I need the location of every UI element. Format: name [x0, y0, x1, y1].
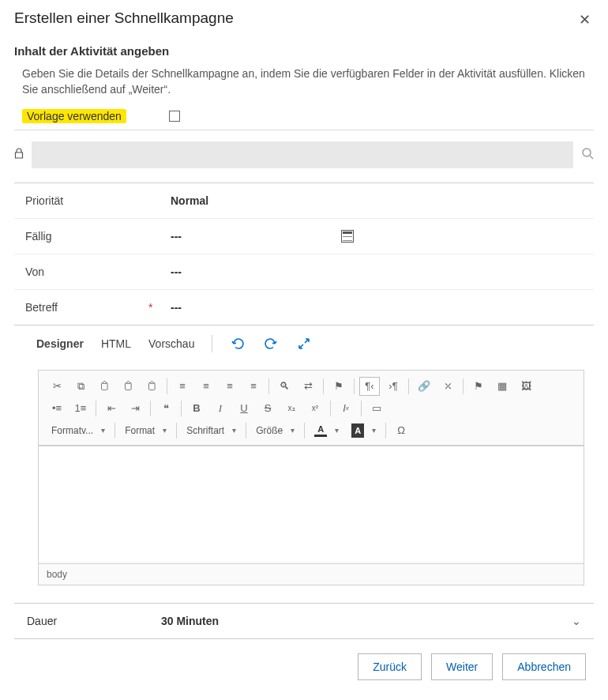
special-char-icon[interactable]: Ω: [391, 421, 411, 440]
bulleted-list-icon[interactable]: •≡: [47, 399, 67, 418]
cut-icon[interactable]: ✂: [47, 377, 67, 396]
bg-color-dropdown[interactable]: A▾: [347, 421, 381, 440]
use-template-label: Vorlage verwenden: [22, 109, 126, 123]
link-icon[interactable]: 🔗: [414, 377, 434, 396]
subject-value[interactable]: ---: [160, 289, 594, 325]
italic-icon[interactable]: I: [210, 399, 231, 418]
field-subject[interactable]: Betreff * ---: [14, 289, 594, 325]
svg-line-1: [590, 156, 593, 159]
ltr-icon[interactable]: ¶‹: [359, 377, 380, 396]
rtl-icon[interactable]: ›¶: [383, 377, 403, 396]
size-dropdown[interactable]: Größe▾: [251, 421, 299, 440]
unlink-icon[interactable]: ⤫: [437, 377, 458, 396]
editor-textarea[interactable]: [39, 446, 584, 561]
search-input[interactable]: [32, 141, 573, 168]
field-due[interactable]: Fällig ---: [14, 218, 594, 254]
paste-word-icon[interactable]: 📋︎: [141, 377, 162, 396]
from-label: Von: [14, 254, 148, 289]
use-template-checkbox[interactable]: [169, 111, 180, 122]
close-icon[interactable]: ✕: [576, 9, 594, 30]
priority-value[interactable]: Normal: [160, 183, 594, 218]
due-value[interactable]: ---: [171, 230, 182, 243]
embed-icon[interactable]: ▭: [366, 399, 387, 418]
field-duration[interactable]: Dauer 30 Minuten ⌄: [14, 603, 594, 639]
align-center-icon[interactable]: ≡: [196, 377, 216, 396]
from-value[interactable]: ---: [160, 254, 594, 289]
table-icon[interactable]: ▦: [492, 377, 512, 396]
numbered-list-icon[interactable]: 1≡: [70, 399, 91, 418]
required-mark: *: [148, 289, 160, 325]
priority-label: Priorität: [14, 183, 148, 218]
replace-icon[interactable]: ⇄: [298, 377, 318, 396]
svg-point-0: [583, 149, 591, 156]
editor-path[interactable]: body: [39, 563, 584, 585]
text-color-dropdown[interactable]: A▾: [310, 421, 343, 440]
tab-html[interactable]: HTML: [101, 337, 131, 350]
subscript-icon[interactable]: x₂: [281, 399, 302, 418]
format-dropdown[interactable]: Format▾: [120, 421, 171, 440]
undo-icon[interactable]: [230, 336, 246, 352]
superscript-icon[interactable]: x²: [305, 399, 325, 418]
strike-icon[interactable]: S: [257, 399, 278, 418]
duration-value[interactable]: 30 Minuten: [161, 615, 572, 627]
indent-icon[interactable]: ⇥: [125, 399, 145, 418]
due-label: Fällig: [14, 218, 148, 254]
lock-icon: [14, 148, 24, 161]
align-left-icon[interactable]: ≡: [172, 377, 193, 396]
back-button[interactable]: Zurück: [358, 653, 422, 680]
section-subtitle: Inhalt der Aktivität angeben: [14, 44, 594, 58]
chevron-down-icon[interactable]: ⌄: [572, 615, 581, 627]
underline-icon[interactable]: U: [234, 399, 254, 418]
bold-icon[interactable]: B: [186, 399, 207, 418]
cancel-button[interactable]: Abbrechen: [502, 653, 586, 680]
rich-text-editor: ✂ ⧉ 📋︎ 📋︎ 📋︎ ≡ ≡ ≡ ≡ 🔍︎ ⇄ ⚑ ¶‹ ›¶ 🔗 ⤫ ⚑ …: [38, 370, 584, 585]
align-justify-icon[interactable]: ≡: [243, 377, 264, 396]
flag-icon[interactable]: ⚑: [328, 377, 349, 396]
bookmark-icon[interactable]: ⚑: [468, 377, 489, 396]
align-right-icon[interactable]: ≡: [220, 377, 240, 396]
calendar-icon[interactable]: [341, 230, 354, 243]
blockquote-icon[interactable]: ❝: [156, 399, 176, 418]
format-style-dropdown[interactable]: Formatv...▾: [47, 421, 110, 440]
tab-separator: [212, 335, 212, 352]
field-from[interactable]: Von ---: [14, 254, 594, 289]
instructions-text: Geben Sie die Details der Schnellkampagn…: [22, 66, 586, 98]
image-icon[interactable]: 🖼︎: [516, 377, 536, 396]
paste-icon[interactable]: 📋︎: [94, 377, 114, 396]
tab-preview[interactable]: Vorschau: [148, 337, 194, 350]
find-icon[interactable]: 🔍︎: [274, 377, 295, 396]
field-priority[interactable]: Priorität Normal: [14, 183, 594, 218]
expand-icon[interactable]: [296, 336, 312, 352]
subject-label: Betreff: [14, 289, 148, 325]
paste-text-icon[interactable]: 📋︎: [118, 377, 138, 396]
copy-icon[interactable]: ⧉: [70, 377, 91, 396]
dialog-title: Erstellen einer Schnellkampagne: [14, 9, 234, 27]
search-icon[interactable]: [581, 147, 594, 162]
next-button[interactable]: Weiter: [431, 653, 493, 680]
clear-format-icon[interactable]: Ix: [336, 399, 356, 418]
outdent-icon[interactable]: ⇤: [101, 399, 122, 418]
redo-icon[interactable]: [263, 336, 279, 352]
tab-designer[interactable]: Designer: [36, 337, 84, 350]
duration-label: Dauer: [27, 615, 161, 627]
font-dropdown[interactable]: Schriftart▾: [182, 421, 241, 440]
